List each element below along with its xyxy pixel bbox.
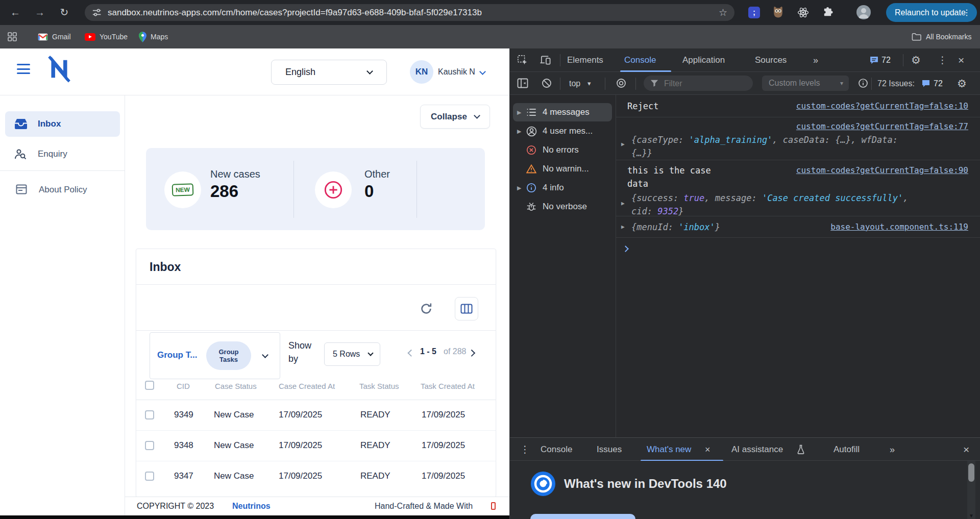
column-header[interactable]: Task Created At — [421, 382, 475, 390]
scrollbar-down-arrow-icon[interactable]: ▼ — [967, 513, 975, 518]
sidebar-filter-warnings[interactable]: No warnin... — [513, 160, 612, 178]
issues-count-value[interactable]: 72 — [934, 72, 943, 95]
sidebar-item-enquiry[interactable]: Enquiry — [5, 142, 120, 166]
drawer-tab-whats-new[interactable]: What's new — [647, 438, 691, 461]
console-message[interactable]: Reject custom-codes?getCurrentTag=false:… — [616, 95, 980, 117]
sidebar-filter-messages[interactable]: ▶ 4 messages — [513, 103, 612, 121]
tab-console[interactable]: Console — [624, 48, 656, 72]
scrollbar-thumb[interactable] — [968, 463, 974, 482]
forward-icon[interactable]: → — [33, 0, 47, 25]
source-link[interactable]: custom-codes?getCurrentTag=false:10 — [796, 95, 968, 117]
drawer-tab-close-icon[interactable]: × — [705, 438, 710, 461]
bookmark-star-icon[interactable]: ☆ — [719, 4, 727, 21]
apps-grid-icon[interactable] — [7, 32, 17, 44]
inspect-icon[interactable] — [517, 55, 528, 68]
expand-icon[interactable]: ▶ — [621, 138, 625, 151]
column-header[interactable]: CID — [177, 382, 190, 390]
page-prev-icon[interactable] — [408, 350, 415, 357]
source-link[interactable]: custom-codes?getCurrentTag=false:90 — [796, 164, 968, 177]
issues-bubble-icon[interactable] — [869, 56, 879, 67]
devtools-close-icon[interactable]: × — [958, 48, 964, 72]
console-sidebar-toggle-icon[interactable] — [517, 78, 528, 90]
expand-icon[interactable]: ▶ — [517, 122, 521, 140]
source-link[interactable]: base-layout.component.ts:119 — [830, 216, 968, 238]
sidebar-item-about-policy[interactable]: About Policy — [5, 178, 120, 202]
sidebar-filter-user-messages[interactable]: ▶ 4 user mes... — [513, 122, 612, 140]
console-prompt-icon[interactable] — [622, 245, 629, 252]
reload-icon[interactable]: ↻ — [57, 0, 71, 25]
console-message[interactable]: this is the case custom-codes?getCurrent… — [616, 160, 980, 216]
collapse-button[interactable]: Collapse — [420, 105, 490, 129]
clear-console-icon[interactable] — [542, 78, 552, 90]
device-toolbar-icon[interactable] — [540, 55, 551, 68]
row-checkbox[interactable] — [145, 472, 154, 481]
site-settings-icon[interactable] — [92, 8, 102, 19]
more-tabs-icon[interactable]: » — [813, 48, 818, 72]
expand-icon[interactable]: ▶ — [517, 179, 521, 197]
tab-application[interactable]: Application — [682, 48, 725, 72]
issues-bubble-icon[interactable] — [921, 79, 930, 90]
column-header[interactable]: Task Status — [359, 382, 399, 390]
devtools-menu-icon[interactable]: ⋮ — [938, 48, 947, 72]
drawer-tab-console[interactable]: Console — [541, 438, 572, 461]
tab-sources[interactable]: Sources — [755, 48, 787, 72]
extension-react-icon[interactable] — [797, 7, 809, 20]
issues-count-top[interactable]: 72 — [881, 48, 891, 72]
neutrinos-logo[interactable] — [44, 53, 75, 87]
source-link[interactable]: custom-codes?getCurrentTag=false:77 — [796, 120, 968, 133]
browser-menu-icon[interactable]: ⋮ — [963, 3, 971, 22]
row-checkbox[interactable] — [145, 441, 154, 450]
user-menu-chevron-icon[interactable] — [479, 68, 486, 75]
profile-avatar[interactable] — [856, 5, 871, 19]
bookmark-gmail[interactable]: Gmail — [38, 25, 71, 48]
column-header[interactable]: Case Created At — [279, 382, 335, 390]
menu-hamburger-icon[interactable] — [17, 64, 30, 75]
expand-icon[interactable]: ▶ — [621, 216, 625, 238]
filter-input[interactable] — [663, 76, 747, 92]
back-icon[interactable]: ← — [8, 0, 22, 25]
refresh-icon[interactable] — [419, 302, 433, 318]
live-expression-icon[interactable] — [616, 78, 626, 90]
address-bar[interactable]: sandbox.neutrinos-apps.com/cm/home/cases… — [85, 4, 734, 21]
console-message[interactable]: ▶ {menuId: 'inbox'} base-layout.componen… — [616, 216, 980, 238]
settings-gear-icon[interactable]: ⚙ — [911, 48, 921, 72]
expand-icon[interactable]: ▶ — [517, 103, 521, 121]
extension-owl-icon[interactable] — [772, 5, 785, 21]
drawer-menu-icon[interactable]: ⋮ — [520, 438, 530, 461]
relaunch-button[interactable]: Relaunch to update ⋮ — [886, 3, 977, 22]
row-checkbox[interactable] — [145, 410, 154, 419]
drawer-more-tabs-icon[interactable]: » — [890, 438, 895, 461]
whats-new-card-peek[interactable] — [530, 514, 635, 519]
console-settings-gear-icon[interactable]: ⚙ — [957, 72, 967, 95]
url-text[interactable]: sandbox.neutrinos-apps.com/cm/home/cases… — [108, 4, 482, 21]
context-selector[interactable]: top — [569, 72, 580, 95]
user-avatar[interactable]: KN — [410, 60, 433, 84]
extensions-puzzle-icon[interactable] — [822, 6, 834, 20]
console-message[interactable]: custom-codes?getCurrentTag=false:77 ▶ {c… — [616, 117, 980, 160]
console-filter[interactable] — [644, 76, 753, 91]
custom-levels-select[interactable]: Custom levels ▾ — [762, 76, 849, 91]
issues-count-label[interactable]: 72 Issues: — [877, 72, 915, 95]
tab-elements[interactable]: Elements — [567, 48, 603, 72]
bookmark-youtube[interactable]: YouTube — [85, 25, 128, 48]
group-tasks-select[interactable]: Group T... Group Tasks — [150, 332, 280, 379]
page-next-icon[interactable] — [468, 350, 475, 357]
rows-per-page-select[interactable]: 5 Rows — [324, 342, 380, 366]
all-bookmarks-button[interactable]: All Bookmarks — [912, 25, 971, 48]
drawer-tab-autofill[interactable]: Autofill — [834, 438, 860, 461]
expand-icon[interactable]: ▶ — [621, 197, 625, 210]
drawer-scrollbar[interactable]: ▼ — [967, 461, 975, 519]
select-all-checkbox[interactable] — [145, 381, 154, 390]
sidebar-item-inbox[interactable]: Inbox — [5, 111, 120, 137]
column-header[interactable]: Case Status — [215, 382, 257, 390]
language-select[interactable]: English — [271, 60, 387, 85]
drawer-tab-ai-assistance[interactable]: AI assistance — [731, 438, 783, 461]
sidebar-filter-info[interactable]: ▶ 4 info — [513, 179, 612, 197]
drawer-close-icon[interactable]: × — [963, 438, 969, 461]
sidebar-filter-verbose[interactable]: No verbose — [513, 197, 612, 216]
sidebar-filter-errors[interactable]: No errors — [513, 141, 612, 159]
group-tasks-chip[interactable]: Group Tasks — [206, 341, 251, 370]
user-name[interactable]: Kaushik N — [438, 48, 475, 95]
columns-button[interactable] — [455, 297, 478, 320]
bookmark-maps[interactable]: Maps — [139, 25, 168, 48]
